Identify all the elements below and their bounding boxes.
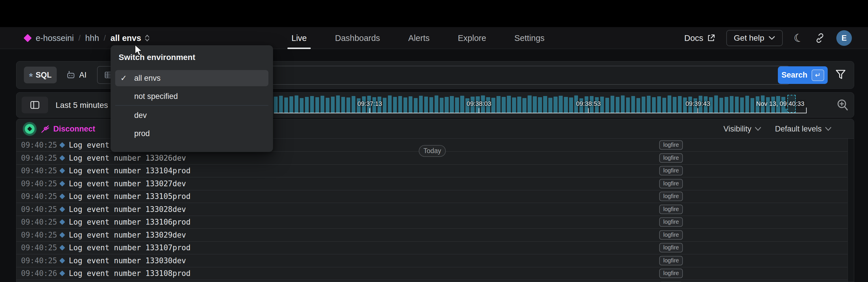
histogram-bar: [673, 97, 677, 113]
dark-mode-toggle-icon[interactable]: ☾: [793, 32, 804, 45]
histogram-tick-label: 09:38:53: [576, 100, 601, 108]
log-row[interactable]: 09:40:25Log event number 133030devlogfir…: [17, 254, 847, 267]
external-link-icon: [707, 34, 715, 43]
histogram-bar: [512, 97, 516, 113]
environment-switcher[interactable]: all envs: [111, 33, 150, 43]
copy-link-icon[interactable]: [814, 33, 826, 44]
log-level-diamond-icon: [59, 155, 65, 161]
log-timestamp: 09:40:25: [17, 218, 58, 226]
tab-alerts[interactable]: Alerts: [405, 27, 433, 49]
disconnect-button[interactable]: Disconnect: [41, 119, 95, 139]
environment-option-dev[interactable]: dev: [115, 107, 269, 123]
sidebar-toggle-button[interactable]: [22, 96, 48, 113]
log-row[interactable]: 09:40:25Log event number 133027devlogfir…: [17, 177, 847, 190]
window-top-strip: [0, 0, 868, 27]
histogram-tick-label: 09:37:13: [358, 100, 382, 108]
histogram-stub-bar: [783, 109, 787, 113]
log-row[interactable]: 09:40:26Log event number 133031devlogfir…: [17, 280, 847, 282]
histogram-bar: [289, 96, 293, 113]
zoom-in-icon[interactable]: [836, 98, 849, 112]
scope-badge: logfire: [659, 269, 683, 278]
get-help-button[interactable]: Get help: [726, 30, 783, 46]
tab-explore[interactable]: Explore: [455, 27, 489, 49]
event-histogram[interactable]: [274, 95, 787, 113]
search-button[interactable]: Search ↵: [778, 66, 828, 84]
environment-option-prod[interactable]: prod: [115, 125, 269, 142]
log-row[interactable]: 09:40:26Log event number 133108prodlogfi…: [17, 267, 847, 280]
tab-live[interactable]: Live: [288, 27, 310, 49]
log-row[interactable]: 09:40:25Log event number 133105prodlogfi…: [17, 190, 847, 203]
search-input[interactable]: [187, 66, 790, 85]
histogram-bar: [528, 95, 531, 113]
docs-link[interactable]: Docs: [684, 33, 715, 43]
histogram-bar: [642, 96, 645, 113]
filter-icon[interactable]: [835, 69, 846, 81]
histogram-bar: [403, 97, 407, 113]
histogram-bar: [409, 96, 412, 113]
histogram-bar: [538, 97, 542, 113]
histogram-bar: [502, 97, 505, 113]
histogram-bar: [631, 96, 635, 113]
logfire-logo-icon[interactable]: [24, 34, 32, 42]
log-level-diamond-icon: [59, 181, 65, 187]
log-message: Log event number 133107prod: [69, 243, 191, 252]
environment-option-label: all envs: [134, 74, 161, 83]
breadcrumb-project[interactable]: hhh: [85, 33, 99, 43]
scope-badge: logfire: [659, 153, 683, 163]
log-message: Log event number 133028dev: [69, 205, 186, 214]
histogram-bar: [429, 97, 433, 113]
log-row[interactable]: 09:40:25Log event number 133107prodlogfi…: [17, 241, 847, 254]
histogram-bar: [445, 97, 448, 113]
log-level-diamond-icon: [59, 232, 65, 238]
histogram-bar: [637, 98, 640, 113]
ai-mode-button[interactable]: AI: [66, 70, 87, 80]
log-message: Log event number 133106prod: [69, 218, 191, 226]
histogram-bar: [724, 97, 728, 113]
environment-option-label: dev: [134, 111, 147, 120]
default-levels-dropdown[interactable]: Default levels: [775, 124, 831, 134]
log-timestamp: 09:40:25: [17, 154, 58, 162]
histogram-bar: [460, 96, 464, 113]
breadcrumb-org[interactable]: e-hosseini: [36, 33, 74, 43]
sql-mode-button[interactable]: * SQL: [24, 66, 57, 83]
histogram-bar: [383, 98, 386, 113]
scope-badge: logfire: [659, 192, 683, 201]
histogram-bar: [331, 96, 335, 113]
log-timestamp: 09:40:25: [17, 141, 58, 149]
visibility-dropdown[interactable]: Visibility: [723, 124, 761, 134]
histogram-bar: [341, 97, 345, 113]
environment-option-not-specified[interactable]: not specified: [115, 88, 269, 104]
scrollbar-track[interactable]: [847, 139, 854, 282]
log-message: Log event number 133030dev: [69, 256, 186, 265]
histogram-bar: [517, 96, 521, 113]
tab-dashboards[interactable]: Dashboards: [332, 27, 383, 49]
log-row[interactable]: 09:40:25Log event number 133028devlogfir…: [17, 203, 847, 216]
scope-badge: logfire: [659, 243, 683, 253]
histogram-tick: [698, 108, 698, 113]
log-row[interactable]: 09:40:25Log event number 133106prodlogfi…: [17, 216, 847, 229]
get-help-label: Get help: [734, 33, 764, 43]
log-timestamp: 09:40:25: [17, 166, 58, 175]
log-row[interactable]: 09:40:25Log event number 133029devlogfir…: [17, 229, 847, 242]
log-message: Log event number 133108prod: [69, 269, 191, 278]
environment-menu-divider: [115, 105, 269, 106]
scope-badge: logfire: [659, 218, 683, 227]
log-row[interactable]: 09:40:25Log event number 133104prodlogfi…: [17, 164, 847, 177]
histogram-bar: [719, 98, 723, 113]
user-avatar[interactable]: E: [836, 30, 852, 46]
tab-settings[interactable]: Settings: [512, 27, 548, 49]
log-level-diamond-icon: [59, 142, 65, 148]
environment-option-all-envs[interactable]: ✓all envs: [115, 70, 269, 86]
log-message: Log event number 133029dev: [69, 231, 186, 239]
log-rows: 09:40:25Log eventlogfire09:40:25Log even…: [17, 139, 847, 282]
time-range-selector[interactable]: Last 5 minutes: [56, 92, 117, 118]
histogram-bar: [274, 96, 278, 113]
log-level-diamond-icon: [59, 219, 65, 225]
scope-badge: logfire: [659, 166, 683, 176]
histogram-bar: [424, 96, 428, 113]
scope-badge: logfire: [659, 230, 683, 239]
histogram-bar: [310, 96, 314, 113]
scope-badge: logfire: [659, 204, 683, 214]
histogram-bar: [652, 97, 656, 113]
histogram-end-label: Nov 13, 09:40:33: [730, 100, 804, 108]
